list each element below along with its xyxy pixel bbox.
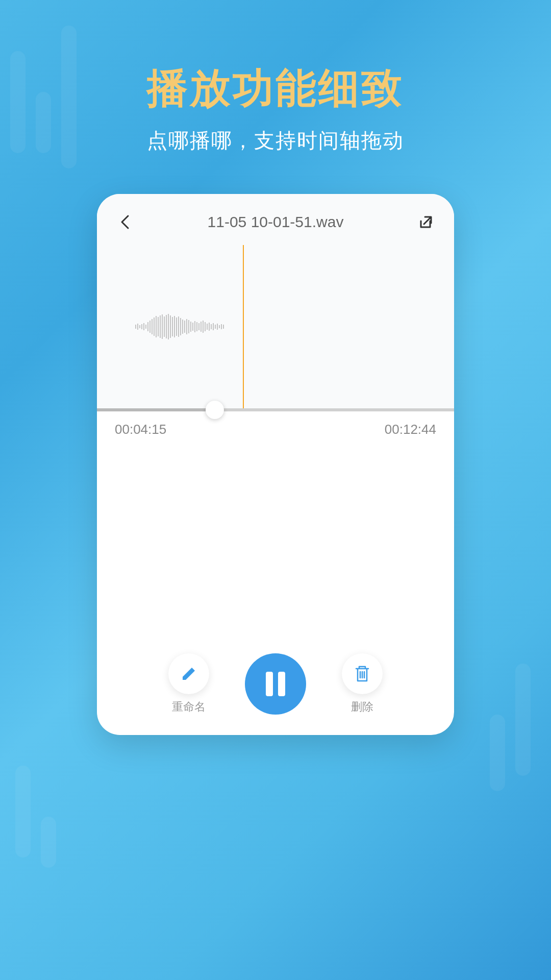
rename-label: 重命名 [172,699,206,715]
current-time: 00:04:15 [115,422,166,437]
trash-icon [354,665,370,683]
rename-control: 重命名 [168,653,209,715]
delete-button[interactable] [342,653,383,694]
promo-header: 播放功能细致 点哪播哪，支持时间轴拖动 [0,0,551,155]
waveform-bars [135,311,243,342]
waveform-track [112,245,439,408]
promo-title: 播放功能细致 [0,61,551,116]
progress-slider[interactable] [97,408,454,411]
slider-thumb[interactable] [206,401,224,419]
time-display: 00:04:15 00:12:44 [97,411,454,448]
app-header: 11-05 10-01-51.wav [97,194,454,245]
pencil-icon [180,665,198,683]
controls-area: 重命名 删除 [97,653,454,715]
slider-fill [97,408,215,411]
file-title: 11-05 10-01-51.wav [135,213,416,231]
delete-control: 删除 [342,653,383,715]
total-time: 00:12:44 [385,422,436,437]
back-button[interactable] [115,212,135,232]
rename-button[interactable] [168,653,209,694]
delete-label: 删除 [351,699,373,715]
playhead-indicator [243,245,244,408]
pause-button[interactable] [245,653,306,715]
phone-frame: 11-05 10-01-51.wav [97,194,454,735]
pause-control [245,653,306,715]
promo-subtitle: 点哪播哪，支持时间轴拖动 [0,127,551,155]
pause-icon [266,672,285,696]
external-link-icon [418,214,434,230]
chevron-left-icon [120,214,130,230]
waveform-area[interactable] [97,245,454,408]
share-button[interactable] [416,212,436,232]
